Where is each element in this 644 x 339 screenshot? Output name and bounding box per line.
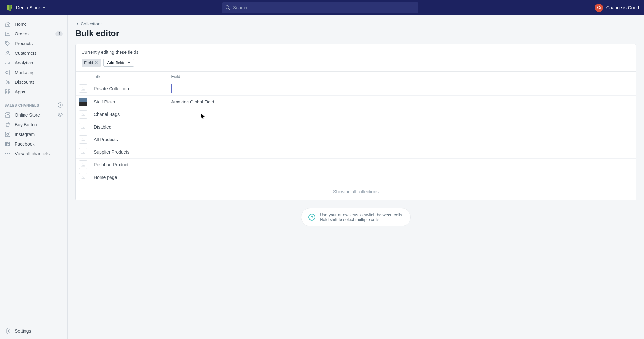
view-all-channels[interactable]: View all channels	[0, 149, 67, 159]
table-row: Poshbag Products	[76, 159, 636, 171]
customers-icon	[5, 50, 11, 56]
field-cell[interactable]	[168, 171, 254, 184]
title-cell[interactable]: Disabled	[91, 121, 168, 133]
keyboard-tip: ? Use your arrow keys to switch between …	[301, 208, 411, 226]
row-thumbnail	[79, 98, 87, 106]
chevron-down-icon	[42, 6, 46, 10]
sidebar-item-apps[interactable]: Apps	[0, 87, 67, 97]
svg-point-20	[7, 330, 9, 332]
svg-rect-8	[8, 90, 10, 91]
breadcrumb[interactable]: Collections	[75, 21, 636, 26]
nav-label: Marketing	[15, 70, 34, 75]
tip-line-1: Use your arrow keys to switch between ce…	[320, 212, 403, 217]
sales-channels-header: SALES CHANNELS	[0, 97, 67, 110]
shopify-logo-icon	[5, 4, 13, 12]
discounts-icon	[5, 79, 11, 85]
channel-item-facebook[interactable]: Facebook	[0, 139, 67, 149]
svg-point-17	[5, 153, 6, 154]
field-cell[interactable]: Amazing Global Field	[168, 96, 254, 108]
nav-label: Customers	[15, 51, 37, 56]
nav-label: Discounts	[15, 80, 34, 85]
table-footer-text: Showing all collections	[76, 183, 636, 200]
svg-rect-13	[5, 132, 10, 137]
sidebar-item-customers[interactable]: Customers	[0, 48, 67, 58]
svg-rect-10	[8, 92, 10, 94]
sidebar-item-settings[interactable]: Settings	[0, 326, 67, 336]
title-cell[interactable]: All Products	[91, 133, 168, 146]
svg-rect-33	[80, 174, 86, 180]
table-row: Supplier Products	[76, 146, 636, 159]
add-fields-button[interactable]: Add fields	[103, 59, 134, 67]
bulk-editor-table: Title Field Private Collection Staff Pic…	[76, 71, 636, 200]
sidebar-item-products[interactable]: Products	[0, 39, 67, 48]
search-input[interactable]	[233, 5, 415, 10]
title-cell[interactable]: Home page	[91, 171, 168, 184]
sidebar-item-analytics[interactable]: Analytics	[0, 58, 67, 68]
view-store-button[interactable]	[58, 112, 63, 118]
editing-fields-label: Currently editing these fields:	[82, 50, 630, 55]
field-cell[interactable]	[168, 146, 254, 159]
store-switcher[interactable]: Demo Store	[16, 5, 46, 10]
field-cell-input[interactable]	[171, 84, 250, 93]
svg-point-34	[82, 176, 82, 177]
sidebar-item-home[interactable]: Home	[0, 19, 67, 29]
svg-point-19	[9, 153, 10, 154]
home-icon	[5, 21, 11, 27]
add-channel-button[interactable]	[58, 102, 63, 108]
settings-label: Settings	[15, 328, 31, 334]
bulk-editor-card: Currently editing these fields: Field Ad…	[75, 44, 636, 200]
row-thumbnail	[79, 110, 87, 119]
svg-point-15	[9, 133, 9, 133]
gear-icon	[5, 328, 11, 334]
global-search[interactable]	[222, 2, 418, 13]
field-cell[interactable]	[168, 82, 254, 96]
title-cell[interactable]: Staff Picks	[91, 96, 168, 108]
svg-rect-27	[80, 136, 86, 143]
remove-field-chip[interactable]	[95, 60, 98, 65]
store-name-label: Demo Store	[16, 5, 40, 10]
topbar: Demo Store Ci Change is Good	[0, 0, 644, 15]
close-icon	[95, 61, 98, 64]
svg-rect-7	[5, 90, 7, 91]
svg-rect-25	[80, 124, 86, 130]
title-cell[interactable]: Chanel Bags	[91, 108, 168, 121]
svg-rect-21	[80, 85, 86, 92]
title-cell[interactable]: Supplier Products	[91, 146, 168, 159]
svg-point-24	[82, 113, 82, 114]
main-content: Collections Bulk editor Currently editin…	[68, 15, 644, 339]
field-cell[interactable]	[168, 133, 254, 146]
channel-label: Facebook	[15, 141, 34, 147]
svg-point-18	[7, 153, 8, 154]
svg-rect-2	[5, 32, 10, 36]
sidebar-item-marketing[interactable]: Marketing	[0, 68, 67, 77]
channel-item-instagram[interactable]: Instagram	[0, 130, 67, 139]
channel-label: Buy Button	[15, 122, 37, 127]
channel-item-online-store[interactable]: Online Store	[0, 110, 67, 120]
svg-rect-9	[5, 92, 7, 94]
buy-icon	[5, 121, 11, 128]
sidebar-item-discounts[interactable]: Discounts	[0, 77, 67, 87]
facebook-icon	[5, 141, 11, 147]
svg-rect-31	[80, 161, 86, 168]
table-row: Home page	[76, 171, 636, 184]
title-cell[interactable]: Poshbag Products	[91, 159, 168, 171]
field-cell-value[interactable]: Amazing Global Field	[171, 99, 214, 104]
user-name-label: Change is Good	[606, 5, 639, 10]
channel-item-buy-button[interactable]: Buy Button	[0, 120, 67, 130]
title-cell[interactable]: Private Collection	[91, 82, 168, 96]
user-menu[interactable]: Ci Change is Good	[595, 4, 639, 12]
sidebar: HomeOrders4ProductsCustomersAnalyticsMar…	[0, 15, 68, 339]
plus-circle-icon	[58, 102, 63, 108]
row-thumbnail	[79, 173, 87, 181]
svg-line-1	[229, 9, 230, 10]
column-header-title: Title	[91, 72, 168, 82]
store-icon	[5, 112, 11, 118]
nav-label: Products	[15, 41, 33, 46]
field-cell[interactable]	[168, 121, 254, 133]
sidebar-item-orders[interactable]: Orders4	[0, 29, 67, 39]
field-cell[interactable]	[168, 108, 254, 121]
field-cell[interactable]	[168, 159, 254, 171]
row-thumbnail	[79, 84, 87, 93]
help-icon: ?	[308, 214, 315, 221]
svg-point-22	[82, 87, 82, 88]
